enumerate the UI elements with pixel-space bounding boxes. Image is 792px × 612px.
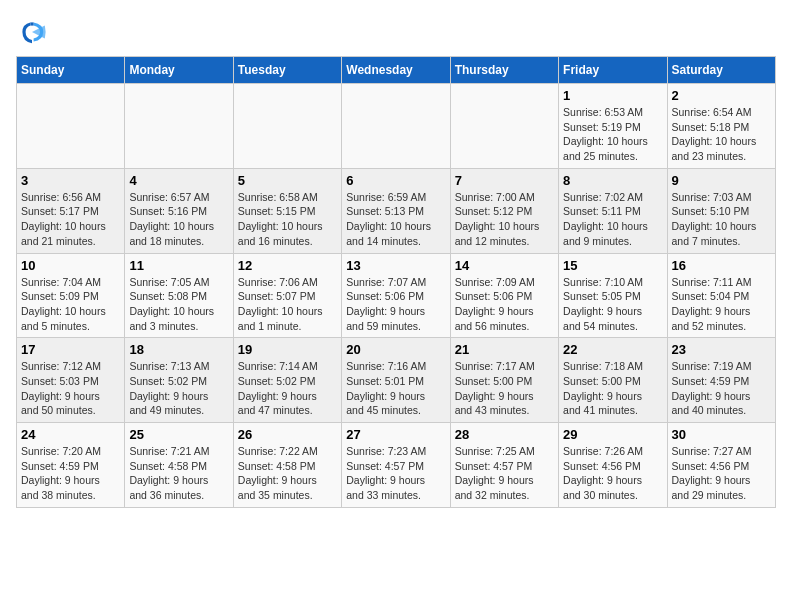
calendar-cell: 12Sunrise: 7:06 AM Sunset: 5:07 PM Dayli…	[233, 253, 341, 338]
day-info: Sunrise: 7:02 AM Sunset: 5:11 PM Dayligh…	[563, 190, 662, 249]
day-number: 27	[346, 427, 445, 442]
day-number: 16	[672, 258, 771, 273]
day-info: Sunrise: 7:23 AM Sunset: 4:57 PM Dayligh…	[346, 444, 445, 503]
day-number: 1	[563, 88, 662, 103]
calendar-week-row: 3Sunrise: 6:56 AM Sunset: 5:17 PM Daylig…	[17, 168, 776, 253]
calendar-cell: 9Sunrise: 7:03 AM Sunset: 5:10 PM Daylig…	[667, 168, 775, 253]
calendar-cell: 14Sunrise: 7:09 AM Sunset: 5:06 PM Dayli…	[450, 253, 558, 338]
day-info: Sunrise: 6:59 AM Sunset: 5:13 PM Dayligh…	[346, 190, 445, 249]
calendar-cell: 17Sunrise: 7:12 AM Sunset: 5:03 PM Dayli…	[17, 338, 125, 423]
weekday-header-monday: Monday	[125, 57, 233, 84]
calendar-cell: 20Sunrise: 7:16 AM Sunset: 5:01 PM Dayli…	[342, 338, 450, 423]
day-info: Sunrise: 7:20 AM Sunset: 4:59 PM Dayligh…	[21, 444, 120, 503]
calendar-cell: 10Sunrise: 7:04 AM Sunset: 5:09 PM Dayli…	[17, 253, 125, 338]
day-number: 15	[563, 258, 662, 273]
day-number: 5	[238, 173, 337, 188]
day-info: Sunrise: 7:13 AM Sunset: 5:02 PM Dayligh…	[129, 359, 228, 418]
calendar-cell: 22Sunrise: 7:18 AM Sunset: 5:00 PM Dayli…	[559, 338, 667, 423]
logo-icon	[16, 16, 48, 48]
day-info: Sunrise: 7:04 AM Sunset: 5:09 PM Dayligh…	[21, 275, 120, 334]
day-number: 23	[672, 342, 771, 357]
calendar-cell	[450, 84, 558, 169]
calendar-cell: 23Sunrise: 7:19 AM Sunset: 4:59 PM Dayli…	[667, 338, 775, 423]
calendar-cell: 28Sunrise: 7:25 AM Sunset: 4:57 PM Dayli…	[450, 423, 558, 508]
calendar-week-row: 17Sunrise: 7:12 AM Sunset: 5:03 PM Dayli…	[17, 338, 776, 423]
day-info: Sunrise: 7:00 AM Sunset: 5:12 PM Dayligh…	[455, 190, 554, 249]
calendar-cell: 13Sunrise: 7:07 AM Sunset: 5:06 PM Dayli…	[342, 253, 450, 338]
day-number: 3	[21, 173, 120, 188]
calendar-cell	[233, 84, 341, 169]
day-info: Sunrise: 6:56 AM Sunset: 5:17 PM Dayligh…	[21, 190, 120, 249]
day-number: 13	[346, 258, 445, 273]
day-number: 22	[563, 342, 662, 357]
calendar-cell	[125, 84, 233, 169]
calendar-cell: 25Sunrise: 7:21 AM Sunset: 4:58 PM Dayli…	[125, 423, 233, 508]
day-number: 12	[238, 258, 337, 273]
day-number: 28	[455, 427, 554, 442]
day-info: Sunrise: 7:17 AM Sunset: 5:00 PM Dayligh…	[455, 359, 554, 418]
day-info: Sunrise: 7:16 AM Sunset: 5:01 PM Dayligh…	[346, 359, 445, 418]
day-number: 19	[238, 342, 337, 357]
day-info: Sunrise: 7:14 AM Sunset: 5:02 PM Dayligh…	[238, 359, 337, 418]
calendar-cell	[342, 84, 450, 169]
day-info: Sunrise: 6:53 AM Sunset: 5:19 PM Dayligh…	[563, 105, 662, 164]
calendar-cell: 30Sunrise: 7:27 AM Sunset: 4:56 PM Dayli…	[667, 423, 775, 508]
weekday-header-saturday: Saturday	[667, 57, 775, 84]
calendar-cell: 2Sunrise: 6:54 AM Sunset: 5:18 PM Daylig…	[667, 84, 775, 169]
weekday-header-tuesday: Tuesday	[233, 57, 341, 84]
day-info: Sunrise: 6:58 AM Sunset: 5:15 PM Dayligh…	[238, 190, 337, 249]
day-info: Sunrise: 7:21 AM Sunset: 4:58 PM Dayligh…	[129, 444, 228, 503]
weekday-header-thursday: Thursday	[450, 57, 558, 84]
calendar-week-row: 10Sunrise: 7:04 AM Sunset: 5:09 PM Dayli…	[17, 253, 776, 338]
calendar-cell: 8Sunrise: 7:02 AM Sunset: 5:11 PM Daylig…	[559, 168, 667, 253]
page-header	[16, 16, 776, 48]
calendar-cell: 15Sunrise: 7:10 AM Sunset: 5:05 PM Dayli…	[559, 253, 667, 338]
weekday-header-friday: Friday	[559, 57, 667, 84]
day-number: 17	[21, 342, 120, 357]
calendar-cell: 16Sunrise: 7:11 AM Sunset: 5:04 PM Dayli…	[667, 253, 775, 338]
day-info: Sunrise: 6:54 AM Sunset: 5:18 PM Dayligh…	[672, 105, 771, 164]
day-number: 29	[563, 427, 662, 442]
calendar-cell	[17, 84, 125, 169]
calendar-cell: 5Sunrise: 6:58 AM Sunset: 5:15 PM Daylig…	[233, 168, 341, 253]
calendar-cell: 21Sunrise: 7:17 AM Sunset: 5:00 PM Dayli…	[450, 338, 558, 423]
day-number: 21	[455, 342, 554, 357]
calendar-table: SundayMondayTuesdayWednesdayThursdayFrid…	[16, 56, 776, 508]
day-info: Sunrise: 7:19 AM Sunset: 4:59 PM Dayligh…	[672, 359, 771, 418]
day-number: 7	[455, 173, 554, 188]
calendar-cell: 7Sunrise: 7:00 AM Sunset: 5:12 PM Daylig…	[450, 168, 558, 253]
logo	[16, 16, 54, 48]
day-info: Sunrise: 7:03 AM Sunset: 5:10 PM Dayligh…	[672, 190, 771, 249]
weekday-header-sunday: Sunday	[17, 57, 125, 84]
day-number: 8	[563, 173, 662, 188]
day-number: 18	[129, 342, 228, 357]
calendar-cell: 29Sunrise: 7:26 AM Sunset: 4:56 PM Dayli…	[559, 423, 667, 508]
day-info: Sunrise: 7:05 AM Sunset: 5:08 PM Dayligh…	[129, 275, 228, 334]
day-info: Sunrise: 7:10 AM Sunset: 5:05 PM Dayligh…	[563, 275, 662, 334]
calendar-cell: 19Sunrise: 7:14 AM Sunset: 5:02 PM Dayli…	[233, 338, 341, 423]
calendar-cell: 4Sunrise: 6:57 AM Sunset: 5:16 PM Daylig…	[125, 168, 233, 253]
day-info: Sunrise: 6:57 AM Sunset: 5:16 PM Dayligh…	[129, 190, 228, 249]
day-info: Sunrise: 7:27 AM Sunset: 4:56 PM Dayligh…	[672, 444, 771, 503]
calendar-cell: 18Sunrise: 7:13 AM Sunset: 5:02 PM Dayli…	[125, 338, 233, 423]
day-info: Sunrise: 7:09 AM Sunset: 5:06 PM Dayligh…	[455, 275, 554, 334]
calendar-cell: 24Sunrise: 7:20 AM Sunset: 4:59 PM Dayli…	[17, 423, 125, 508]
day-info: Sunrise: 7:07 AM Sunset: 5:06 PM Dayligh…	[346, 275, 445, 334]
day-number: 30	[672, 427, 771, 442]
day-number: 6	[346, 173, 445, 188]
calendar-cell: 1Sunrise: 6:53 AM Sunset: 5:19 PM Daylig…	[559, 84, 667, 169]
day-number: 14	[455, 258, 554, 273]
calendar-cell: 27Sunrise: 7:23 AM Sunset: 4:57 PM Dayli…	[342, 423, 450, 508]
day-number: 9	[672, 173, 771, 188]
day-info: Sunrise: 7:11 AM Sunset: 5:04 PM Dayligh…	[672, 275, 771, 334]
calendar-cell: 3Sunrise: 6:56 AM Sunset: 5:17 PM Daylig…	[17, 168, 125, 253]
day-number: 25	[129, 427, 228, 442]
day-number: 2	[672, 88, 771, 103]
calendar-body: 1Sunrise: 6:53 AM Sunset: 5:19 PM Daylig…	[17, 84, 776, 508]
day-info: Sunrise: 7:18 AM Sunset: 5:00 PM Dayligh…	[563, 359, 662, 418]
calendar-cell: 11Sunrise: 7:05 AM Sunset: 5:08 PM Dayli…	[125, 253, 233, 338]
calendar-cell: 6Sunrise: 6:59 AM Sunset: 5:13 PM Daylig…	[342, 168, 450, 253]
day-info: Sunrise: 7:25 AM Sunset: 4:57 PM Dayligh…	[455, 444, 554, 503]
weekday-header-row: SundayMondayTuesdayWednesdayThursdayFrid…	[17, 57, 776, 84]
day-number: 20	[346, 342, 445, 357]
